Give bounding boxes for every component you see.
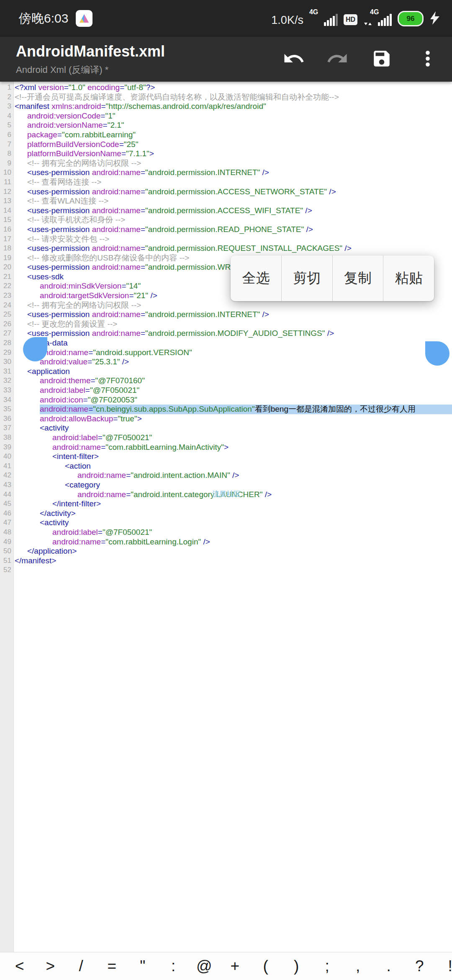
- line-number: 31: [0, 367, 13, 377]
- signal-sim1-icon: 4G: [309, 9, 338, 28]
- line-number: 10: [0, 168, 13, 178]
- code-line-26: <!-- 更改您的音频设置 -->: [15, 320, 452, 329]
- symbol-key[interactable]: >: [35, 957, 66, 975]
- line-number: 20: [0, 263, 13, 272]
- line-number: 3: [0, 102, 13, 111]
- symbol-key[interactable]: ": [127, 957, 158, 975]
- code-line-39: android:name="com.rabbitLearning.MainAct…: [15, 443, 452, 452]
- symbol-key[interactable]: +: [220, 957, 251, 975]
- battery-percent: 96: [407, 15, 415, 23]
- code-line-34: android:icon="@7F020053": [15, 395, 452, 405]
- line-number: 39: [0, 443, 13, 452]
- line-number: 2: [0, 93, 13, 102]
- code-line-15: <!-- 读取手机状态和身份 -->: [15, 215, 452, 225]
- code-line-7: platformBuildVersionCode="25": [15, 140, 452, 150]
- menu-item-paste[interactable]: 粘贴: [383, 255, 434, 301]
- overflow-menu-button[interactable]: [415, 46, 440, 71]
- code-line-38: android:label="@7F050021": [15, 433, 452, 443]
- code-line-8: platformBuildVersionName="7.1.1">: [15, 149, 452, 159]
- code-line-51: </manifest>: [15, 556, 452, 566]
- file-title: AndroidManifest.xml: [16, 43, 165, 60]
- selection-handle-right[interactable]: [425, 341, 449, 366]
- symbol-key[interactable]: /: [66, 957, 97, 975]
- line-number: 25: [0, 310, 13, 320]
- code-line-24: <!-- 拥有完全的网络访问权限 -->: [15, 301, 452, 310]
- menu-item-copy[interactable]: 复制: [332, 255, 383, 301]
- file-subtitle: Android Xml (反编译) *: [16, 64, 108, 76]
- symbol-key[interactable]: ?: [404, 957, 435, 975]
- code-editor[interactable]: 1234567891011121314151617181920212223242…: [0, 82, 452, 952]
- line-number: 44: [0, 490, 13, 500]
- code-line-31: <application: [15, 367, 452, 377]
- symbol-key[interactable]: ,: [343, 957, 374, 975]
- code-line-32: android:theme="@7F070160": [15, 376, 452, 386]
- symbol-key[interactable]: .: [373, 957, 404, 975]
- code-line-16: <uses-permission android:name="android.p…: [15, 225, 452, 235]
- line-number: 32: [0, 376, 13, 386]
- symbol-key[interactable]: :: [158, 957, 189, 975]
- code-line-46: </activity>: [15, 509, 452, 518]
- save-button[interactable]: [369, 46, 394, 71]
- symbol-key[interactable]: !: [435, 957, 452, 975]
- line-number: 19: [0, 253, 13, 263]
- code-line-5: android:versionName="2.1": [15, 121, 452, 130]
- menu-item-cut[interactable]: 剪切: [281, 255, 332, 301]
- line-number: 42: [0, 471, 13, 480]
- code-line-2: <!--开通会员可提高反编译速度、资源代码自动转名称，以及激活智能编辑和自动补全…: [15, 93, 452, 102]
- line-number: 40: [0, 452, 13, 462]
- notification-app-icon: [76, 10, 92, 27]
- app-toolbar: AndroidManifest.xml Android Xml (反编译) *: [0, 37, 452, 82]
- code-line-17: <!-- 请求安装文件包 -->: [15, 235, 452, 244]
- line-number: 34: [0, 395, 13, 405]
- selected-text: android:name="cn.beingyi.sub.apps.SubApp…: [40, 405, 416, 414]
- line-number: 7: [0, 140, 13, 150]
- code-line-18: <uses-permission android:name="android.p…: [15, 244, 452, 253]
- more-vert-icon: [418, 49, 438, 69]
- symbol-input-bar: <>/=":@+();,.?!: [0, 952, 452, 980]
- code-line-52: [15, 565, 452, 575]
- code-line-49: android:name="com.rabbitLearning.Login" …: [15, 537, 452, 547]
- menu-item-select-all[interactable]: 全选: [231, 255, 281, 301]
- undo-button[interactable]: [281, 46, 306, 71]
- line-number: 29: [0, 348, 13, 358]
- line-number: 27: [0, 329, 13, 338]
- redo-button[interactable]: [325, 46, 350, 71]
- symbol-key[interactable]: (: [250, 957, 281, 975]
- code-line-3: <manifest xmlns:android="http://schemas.…: [15, 102, 452, 111]
- symbol-key[interactable]: ): [281, 957, 312, 975]
- code-line-33: android:label="@7F050021": [15, 386, 452, 395]
- line-number: 41: [0, 462, 13, 471]
- text-selection-menu: 全选剪切复制粘贴: [231, 255, 434, 301]
- line-number: 47: [0, 518, 13, 528]
- code-line-29: android:name="android.support.VERSION": [15, 348, 452, 358]
- line-number: 9: [0, 159, 13, 168]
- watermark: 流星社区: [212, 489, 241, 499]
- line-number: 48: [0, 528, 13, 537]
- network-speed: 1.0K/s: [271, 14, 303, 27]
- symbol-key[interactable]: <: [4, 957, 35, 975]
- code-line-25: <uses-permission android:name="android.p…: [15, 310, 452, 320]
- symbol-key[interactable]: =: [97, 957, 128, 975]
- code-line-50: </application>: [15, 547, 452, 556]
- symbol-key[interactable]: @: [189, 957, 220, 975]
- line-number: 35: [0, 405, 13, 414]
- redo-icon: [326, 47, 349, 70]
- selection-handle-left[interactable]: [23, 337, 47, 361]
- phone-screen: 傍晚6:03 1.0K/s 4G HD 4G: [0, 0, 452, 980]
- code-line-28: <meta-data: [15, 338, 452, 348]
- line-number: 16: [0, 225, 13, 235]
- code-content: <?xml version="1.0" encoding="utf-8"?><!…: [15, 83, 452, 575]
- clock: 傍晚6:03: [19, 10, 68, 27]
- code-line-36: android:allowBackup="true">: [15, 414, 452, 424]
- code-line-13: <!-- 查看WLAN连接 -->: [15, 196, 452, 206]
- symbol-key[interactable]: ;: [312, 957, 343, 975]
- code-line-4: android:versionCode="1": [15, 111, 452, 121]
- line-number: 38: [0, 433, 13, 443]
- line-number: 51: [0, 556, 13, 566]
- save-icon: [371, 48, 392, 69]
- line-number: 13: [0, 196, 13, 206]
- code-line-37: <activity: [15, 423, 452, 433]
- line-number: 36: [0, 414, 13, 424]
- code-line-14: <uses-permission android:name="android.p…: [15, 206, 452, 216]
- code-line-9: <!-- 拥有完全的网络访问权限 -->: [15, 159, 452, 168]
